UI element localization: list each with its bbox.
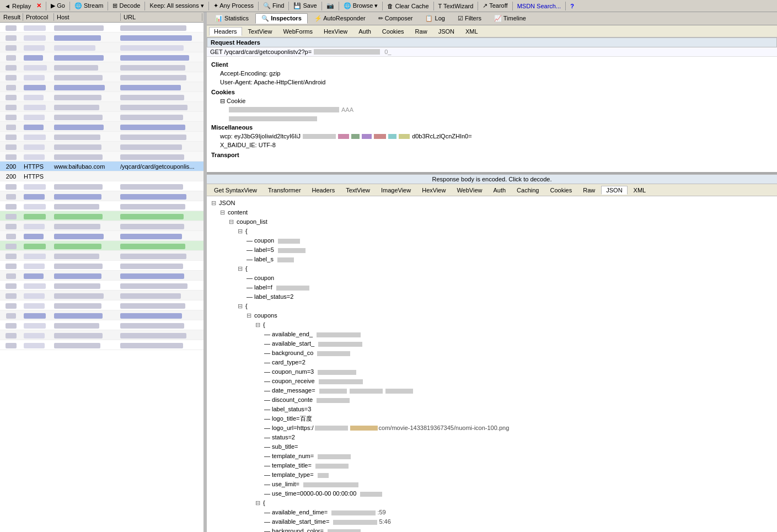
table-row[interactable] bbox=[0, 191, 203, 201]
table-row[interactable] bbox=[0, 82, 203, 92]
table-row[interactable] bbox=[0, 112, 203, 122]
req-tab-textview[interactable]: TextView bbox=[243, 27, 277, 36]
table-row[interactable] bbox=[0, 201, 203, 211]
table-row[interactable] bbox=[0, 102, 203, 112]
table-row[interactable] bbox=[0, 152, 203, 162]
res-tab-headers[interactable]: Headers bbox=[307, 186, 340, 195]
coupons-collapse[interactable]: ⊟ bbox=[247, 312, 251, 319]
url-cell bbox=[119, 153, 203, 159]
item3-brace: { bbox=[245, 303, 248, 309]
couponlist-collapse[interactable]: ⊟ bbox=[229, 218, 234, 225]
table-row[interactable] bbox=[0, 211, 203, 221]
table-row[interactable] bbox=[0, 42, 203, 52]
textwizard-btn[interactable]: T TextWizard bbox=[436, 2, 476, 10]
res-tab-caching[interactable]: Caching bbox=[512, 186, 544, 195]
clearcache-btn[interactable]: 🗑 Clear Cache bbox=[385, 2, 431, 10]
protocol-cell bbox=[22, 311, 52, 318]
content-collapse[interactable]: ⊟ bbox=[220, 209, 225, 216]
camera-btn[interactable]: 📷 bbox=[324, 2, 336, 10]
table-row[interactable] bbox=[0, 251, 203, 261]
res-tab-webview[interactable]: WebView bbox=[452, 186, 487, 195]
tab-statistics[interactable]: 📊 Statistics bbox=[209, 13, 255, 24]
item2-collapse[interactable]: ⊟ bbox=[238, 265, 243, 272]
table-row[interactable] bbox=[0, 142, 203, 152]
table-row[interactable] bbox=[0, 241, 203, 251]
table-row[interactable] bbox=[0, 72, 203, 82]
table-row[interactable] bbox=[0, 231, 203, 241]
v2-avail-end-suffix: :59 bbox=[377, 509, 385, 515]
res-tab-textview[interactable]: TextView bbox=[341, 186, 375, 195]
res-tab-syntaxview[interactable]: Get SyntaxView bbox=[209, 186, 262, 195]
cobj2-collapse[interactable]: ⊟ bbox=[255, 499, 260, 506]
replay-btn[interactable]: ◄ Replay bbox=[2, 2, 33, 10]
res-tab-cookies[interactable]: Cookies bbox=[545, 186, 577, 195]
decode-btn[interactable]: ⊞ Decode bbox=[110, 2, 142, 10]
req-tab-cookies[interactable]: Cookies bbox=[377, 27, 409, 36]
table-row[interactable] bbox=[0, 271, 203, 281]
req-tab-headers[interactable]: Headers bbox=[209, 27, 242, 36]
close-x-btn[interactable]: ✕ bbox=[34, 2, 44, 10]
table-row[interactable] bbox=[0, 330, 203, 340]
req-tab-webforms[interactable]: WebForms bbox=[278, 27, 318, 36]
res-tab-transformer[interactable]: Transformer bbox=[263, 186, 306, 195]
table-row[interactable] bbox=[0, 33, 203, 42]
table-row[interactable] bbox=[0, 52, 203, 62]
table-row[interactable] bbox=[0, 181, 203, 191]
req-tab-auth[interactable]: Auth bbox=[353, 27, 376, 36]
cobj1-collapse[interactable]: ⊟ bbox=[255, 321, 260, 328]
res-tab-xml[interactable]: XML bbox=[629, 186, 651, 195]
item3-collapse[interactable]: ⊟ bbox=[238, 303, 243, 309]
res-tab-auth[interactable]: Auth bbox=[488, 186, 511, 195]
find-btn[interactable]: 🔍 Find bbox=[261, 2, 286, 10]
tab-log[interactable]: 📋 Log bbox=[419, 13, 451, 24]
protocol-cell bbox=[22, 123, 52, 130]
res-tab-imageview[interactable]: ImageView bbox=[376, 186, 416, 195]
table-row[interactable] bbox=[0, 261, 203, 271]
response-label-bar[interactable]: Response body is encoded. Click to decod… bbox=[207, 174, 777, 184]
root-collapse[interactable]: ⊟ bbox=[211, 200, 216, 206]
req-tab-hexview[interactable]: HexView bbox=[319, 27, 352, 36]
browse-btn[interactable]: 🌐 Browse ▾ bbox=[341, 2, 381, 10]
tearoff-btn[interactable]: ↗ Tearoff bbox=[480, 2, 510, 10]
keep-btn[interactable]: Keep: All sessions ▾ bbox=[147, 2, 206, 10]
tab-filters[interactable]: ☑ Filters bbox=[452, 13, 487, 24]
table-row[interactable] bbox=[0, 132, 203, 142]
request-headers-panel: Request Headers GET /yqcard/card/getcoup… bbox=[207, 37, 777, 172]
tab-composer[interactable]: ✏ Composer bbox=[372, 13, 419, 24]
selected-row[interactable]: 200 HTTPS www.baifubao.com /yqcard/card/… bbox=[0, 162, 203, 171]
collapse-icon[interactable]: ⊟ bbox=[220, 98, 227, 104]
go-btn[interactable]: ▶ Go bbox=[49, 2, 67, 10]
table-row[interactable] bbox=[0, 122, 203, 132]
table-row[interactable] bbox=[0, 340, 203, 350]
save-btn[interactable]: 💾 Save bbox=[291, 2, 319, 10]
tab-inspectors[interactable]: 🔍 Inspectors bbox=[255, 13, 308, 24]
table-row[interactable]: 200 HTTPS bbox=[0, 171, 203, 181]
help-btn[interactable]: ? bbox=[568, 2, 576, 10]
tab-autoresponder[interactable]: ⚡ AutoResponder bbox=[308, 13, 372, 24]
res-tab-hexview[interactable]: HexView bbox=[417, 186, 451, 195]
host-cell bbox=[52, 341, 119, 348]
item1-collapse[interactable]: ⊟ bbox=[238, 228, 243, 234]
table-row[interactable] bbox=[0, 62, 203, 72]
table-row[interactable] bbox=[0, 23, 203, 33]
req-tab-xml[interactable]: XML bbox=[460, 27, 483, 36]
k-template-title: — template_title= bbox=[264, 462, 312, 469]
res-tab-raw[interactable]: Raw bbox=[578, 186, 600, 195]
table-row[interactable] bbox=[0, 92, 203, 102]
table-row[interactable] bbox=[0, 320, 203, 330]
stream-btn[interactable]: 🌐 Stream bbox=[72, 2, 106, 10]
res-tab-json[interactable]: JSON bbox=[601, 186, 627, 195]
fkey-coupon1: — coupon bbox=[247, 237, 274, 244]
table-row[interactable] bbox=[0, 310, 203, 320]
table-row[interactable] bbox=[0, 291, 203, 300]
table-row[interactable] bbox=[0, 281, 203, 291]
msdn-btn[interactable]: MSDN Search... bbox=[515, 2, 563, 10]
table-row[interactable] bbox=[0, 300, 203, 310]
response-sub-tabs: Get SyntaxView Transformer Headers TextV… bbox=[207, 184, 777, 196]
f-avail-end: — available_end_ bbox=[264, 330, 773, 339]
table-row[interactable] bbox=[0, 221, 203, 231]
tab-timeline[interactable]: 📈 Timeline bbox=[488, 13, 532, 24]
req-tab-raw[interactable]: Raw bbox=[410, 27, 432, 36]
process-btn[interactable]: ✦ Any Process bbox=[211, 2, 256, 10]
req-tab-json[interactable]: JSON bbox=[433, 27, 459, 36]
